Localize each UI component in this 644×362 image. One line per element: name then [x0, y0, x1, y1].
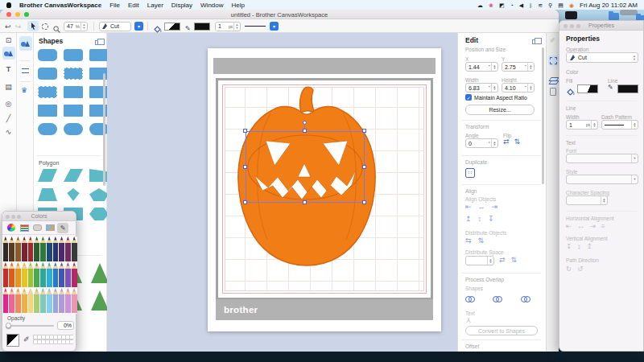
pencil-color[interactable]: [9, 288, 15, 313]
line-style-dropdown[interactable]: [245, 26, 266, 27]
text-tool[interactable]: T: [0, 65, 17, 73]
clock-icon[interactable]: ◔: [510, 2, 514, 8]
pencil-color[interactable]: [65, 237, 72, 261]
shape-item[interactable]: [89, 68, 109, 80]
pencil-color[interactable]: [21, 237, 27, 261]
browser-icon[interactable]: ◉: [569, 2, 574, 8]
align-button[interactable]: ↧: [488, 216, 494, 223]
apple-menu-icon[interactable]: [6, 2, 11, 8]
shape-item[interactable]: [64, 169, 83, 182]
angle-input[interactable]: 0° ▴▾: [465, 138, 498, 148]
pencil-color[interactable]: [21, 288, 27, 313]
pencil-color[interactable]: [71, 262, 77, 287]
h-align-button[interactable]: ⇤: [566, 223, 572, 230]
premium-shapes-tab[interactable]: ♛: [21, 86, 27, 94]
distribute-button[interactable]: ⇅: [478, 237, 485, 245]
angle-stepper[interactable]: ▴▾: [491, 139, 497, 147]
resize-button[interactable]: Resize...: [465, 105, 535, 115]
pencil-color[interactable]: [27, 288, 34, 313]
import-tool[interactable]: ▤: [0, 83, 17, 91]
menu-item[interactable]: Layer: [147, 2, 163, 9]
shape-item[interactable]: [38, 49, 57, 61]
h-align-button[interactable]: ≡: [601, 223, 605, 230]
stroke-width-field[interactable]: 1 pt ▴▾: [215, 22, 241, 31]
properties-tab[interactable]: [548, 56, 559, 66]
menu-item[interactable]: File: [109, 2, 120, 9]
aspect-ratio-checkbox[interactable]: ✓: [465, 94, 472, 101]
shape-item[interactable]: [89, 86, 109, 98]
basic-shapes-tab[interactable]: [19, 36, 32, 51]
font-stepper[interactable]: ▾: [631, 154, 638, 162]
opacity-slider-knob[interactable]: [6, 323, 11, 328]
path-direction-button[interactable]: ↺: [577, 265, 583, 273]
window-thumbnail[interactable]: [565, 11, 577, 19]
screen-share-icon[interactable]: ◩: [499, 2, 505, 8]
shape-item[interactable]: [64, 86, 83, 98]
shape-item[interactable]: [64, 68, 83, 80]
shape-item[interactable]: [64, 105, 83, 117]
pencil-color[interactable]: [52, 237, 59, 261]
shapes-tool[interactable]: [2, 47, 15, 60]
zoom-level-field[interactable]: 47 % ▴▾: [64, 22, 88, 31]
color-wheel-tab[interactable]: [6, 223, 17, 233]
stroke-color-swatch[interactable]: [194, 23, 210, 31]
pencil-color[interactable]: [34, 288, 40, 313]
rotate-handle[interactable]: [303, 121, 307, 125]
pencil-color[interactable]: [34, 262, 40, 287]
select-tool-button[interactable]: [27, 21, 39, 31]
shape-item[interactable]: [38, 123, 57, 135]
shape-item[interactable]: [64, 123, 83, 135]
shape-item[interactable]: [89, 49, 109, 61]
pencil-color[interactable]: [52, 288, 59, 313]
shape-item[interactable]: [89, 188, 109, 201]
bluetooth-icon[interactable]: ᛒ: [529, 2, 532, 8]
height-input[interactable]: 4.10" ▴▾: [502, 83, 535, 93]
app-menu[interactable]: Brother CanvasWorkspace: [19, 2, 101, 9]
pencil-color[interactable]: [2, 262, 9, 287]
swatch-cell[interactable]: [69, 339, 73, 344]
char-spacing-input[interactable]: ▴▾: [566, 195, 608, 205]
menu-item[interactable]: Help: [232, 2, 245, 9]
stroke-width-stepper[interactable]: ▴▾: [233, 23, 240, 31]
shape-item[interactable]: [64, 49, 83, 61]
line-style-apply-button[interactable]: ▾: [270, 22, 279, 31]
shape-item[interactable]: [89, 123, 109, 135]
resize-handle-e[interactable]: [362, 165, 366, 169]
menu-item[interactable]: Display: [171, 2, 192, 9]
align-button[interactable]: ↔: [478, 204, 485, 211]
dash-stepper[interactable]: ▴▾: [631, 121, 638, 129]
wifi-icon[interactable]: ≋: [538, 2, 543, 8]
shape-item[interactable]: [89, 105, 109, 117]
eyedropper-icon[interactable]: ✐: [23, 335, 30, 343]
pencil-color[interactable]: [21, 262, 27, 287]
style-stepper[interactable]: ▾: [631, 175, 638, 183]
resize-handle-nw[interactable]: [243, 129, 247, 133]
cloud-icon[interactable]: ☁: [477, 2, 483, 8]
image-palette-tab[interactable]: [44, 223, 56, 233]
align-button[interactable]: ⇤: [465, 204, 472, 211]
h-align-button[interactable]: ↔: [577, 223, 584, 230]
stitch-shapes-tab[interactable]: [22, 68, 29, 73]
height-stepper[interactable]: ▴▾: [527, 84, 534, 92]
freeform-tool[interactable]: ◎: [0, 100, 17, 108]
pencil-color[interactable]: [40, 288, 47, 313]
fill-color-swatch[interactable]: [577, 84, 598, 93]
canvas-area[interactable]: brother: [107, 33, 457, 352]
menu-bar-clock[interactable]: Fri Aug 20 11:02 AM: [580, 2, 638, 9]
pencil-color[interactable]: [15, 237, 22, 261]
redo-button[interactable]: ↪: [15, 19, 22, 33]
pencil-color[interactable]: [46, 288, 52, 313]
shape-item[interactable]: [89, 169, 109, 182]
line-color-swatch[interactable]: [617, 84, 638, 93]
pencil-color[interactable]: [59, 262, 65, 287]
width-input[interactable]: 6.83" ▴▾: [465, 83, 498, 93]
resize-handle-ne[interactable]: [362, 129, 366, 133]
desktop-widget[interactable]: [620, 10, 638, 15]
shape-item[interactable]: [38, 188, 57, 201]
folder-icon[interactable]: [609, 13, 619, 20]
pencil-color[interactable]: [2, 288, 9, 313]
pencil-color[interactable]: [46, 237, 52, 261]
v-align-button[interactable]: ↥: [586, 243, 592, 250]
flip-button[interactable]: ⇄: [503, 138, 510, 146]
align-button[interactable]: ↕: [478, 216, 482, 223]
